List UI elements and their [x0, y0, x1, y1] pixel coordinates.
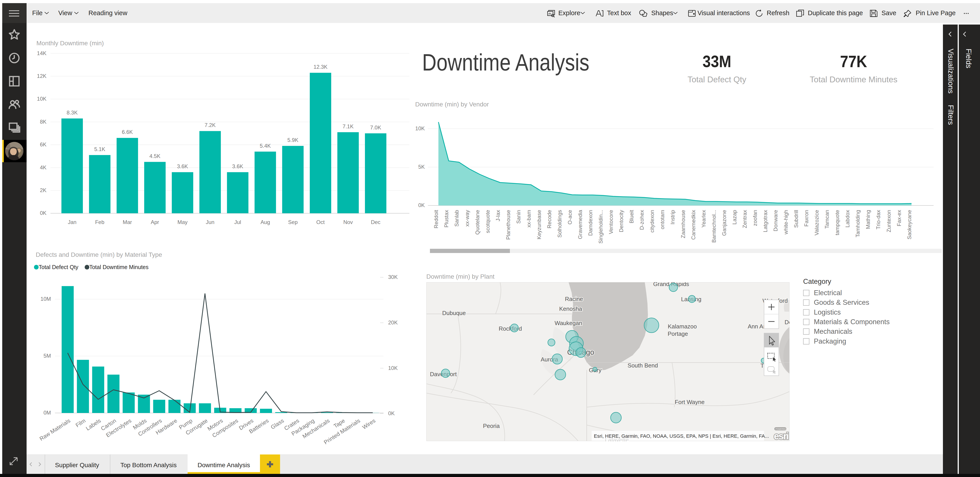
svg-text:white-high: white-high — [783, 210, 789, 235]
svg-text:Recode: Recode — [546, 210, 552, 228]
svg-text:Racine: Racine — [565, 296, 583, 302]
svg-text:10M: 10M — [40, 296, 51, 302]
svg-text:Instrip: Instrip — [670, 210, 676, 225]
svg-text:0M: 0M — [43, 410, 51, 416]
svg-text:Kenosha: Kenosha — [559, 306, 582, 312]
svg-text:citydexon: citydexon — [649, 210, 655, 233]
svg-text:esri: esri — [774, 431, 788, 441]
svg-text:Esri, HERE, Garmin, FAO, NOAA,: Esri, HERE, Garmin, FAO, NOAA, USGS, EPA… — [594, 433, 769, 439]
svg-text:Quotelane: Quotelane — [474, 210, 480, 235]
svg-text:Damdexon: Damdexon — [587, 210, 593, 236]
svg-text:Bamtechnol...: Bamtechnol... — [711, 210, 717, 243]
svg-text:Gravemedia: Gravemedia — [577, 210, 583, 239]
svg-text:Keyzunbase: Keyzunbase — [536, 210, 542, 239]
svg-text:Labels: Labels — [84, 417, 102, 432]
svg-text:Faxron: Faxron — [803, 210, 809, 227]
svg-text:Raw Materials: Raw Materials — [38, 417, 72, 442]
svg-text:POWERED BY: POWERED BY — [775, 428, 789, 430]
svg-text:Saokeycane: Saokeycane — [906, 210, 912, 239]
svg-text:Dentocity: Dentocity — [618, 210, 624, 232]
svg-text:Trio-dax: Trio-dax — [875, 210, 881, 229]
svg-text:Tamholding: Tamholding — [855, 210, 861, 238]
svg-text:Singleholdin...: Singleholdin... — [598, 210, 604, 244]
svg-text:Fort Wayne: Fort Wayne — [675, 399, 705, 406]
svg-text:Sanlab: Sanlab — [453, 210, 460, 227]
svg-text:Portage: Portage — [668, 330, 688, 337]
svg-text:Tamcan: Tamcan — [824, 210, 830, 229]
svg-text:5M: 5M — [43, 353, 51, 359]
svg-text:Donware: Donware — [773, 210, 778, 231]
svg-text:Blueit: Blueit — [628, 210, 635, 223]
svg-text:Plustax: Plustax — [443, 210, 449, 228]
svg-text:Kalamazoo: Kalamazoo — [668, 323, 697, 330]
svg-text:D-zohex: D-zohex — [639, 210, 645, 230]
svg-text:tampquote: tampquote — [834, 210, 840, 235]
svg-text:Planethouse: Planethouse — [505, 210, 511, 239]
svg-text:ontotam: ontotam — [659, 210, 665, 229]
svg-text:10K: 10K — [388, 365, 398, 371]
svg-text:Valazozice: Valazozice — [814, 210, 819, 235]
svg-text:Yearlex: Yearlex — [701, 210, 706, 228]
svg-text:Dubuque: Dubuque — [442, 310, 466, 316]
svg-text:Lazap: Lazap — [732, 210, 737, 225]
svg-text:Zaamhouse: Zaamhouse — [680, 210, 686, 238]
svg-text:scotquote: scotquote — [485, 210, 491, 233]
svg-text:Solholdings: Solholdings — [557, 210, 563, 238]
svg-text:South Bend: South Bend — [628, 362, 658, 369]
svg-text:Sanin: Sanin — [515, 210, 522, 223]
svg-text:Ganjazone: Ganjazone — [721, 210, 727, 236]
svg-text:Canemedkix: Canemedkix — [690, 210, 696, 239]
svg-text:Ventocore: Ventocore — [608, 210, 614, 234]
svg-text:Fax-ex: Fax-ex — [896, 210, 902, 226]
svg-text:Labdox: Labdox — [845, 210, 851, 228]
svg-text:Peoria: Peoria — [483, 423, 500, 429]
svg-text:xx-way: xx-way — [464, 210, 470, 227]
svg-text:Mathing: Mathing — [865, 210, 871, 229]
svg-text:Zuntexon: Zuntexon — [886, 210, 892, 232]
svg-text:De: De — [784, 319, 789, 325]
svg-text:Glass: Glass — [270, 417, 285, 430]
svg-text:Ann Ar: Ann Ar — [748, 323, 765, 330]
svg-text:30K: 30K — [388, 274, 398, 280]
svg-text:Subdrill: Subdrill — [793, 210, 799, 228]
svg-text:zoofan: zoofan — [752, 210, 758, 226]
svg-text:Wires: Wires — [361, 417, 377, 430]
svg-text:xx-bam: xx-bam — [526, 210, 532, 228]
svg-text:0K: 0K — [388, 410, 395, 416]
svg-text:J-lax: J-lax — [495, 210, 501, 221]
svg-text:T: T — [760, 362, 764, 369]
svg-text:O-ace: O-ace — [567, 210, 573, 225]
svg-text:Latgotrax: Latgotrax — [762, 210, 768, 232]
svg-text:20K: 20K — [388, 320, 398, 325]
svg-text:Zentrax: Zentrax — [742, 210, 748, 228]
svg-text:Reddoit: Reddoit — [433, 210, 439, 228]
svg-text:Waukegan: Waukegan — [555, 320, 582, 326]
